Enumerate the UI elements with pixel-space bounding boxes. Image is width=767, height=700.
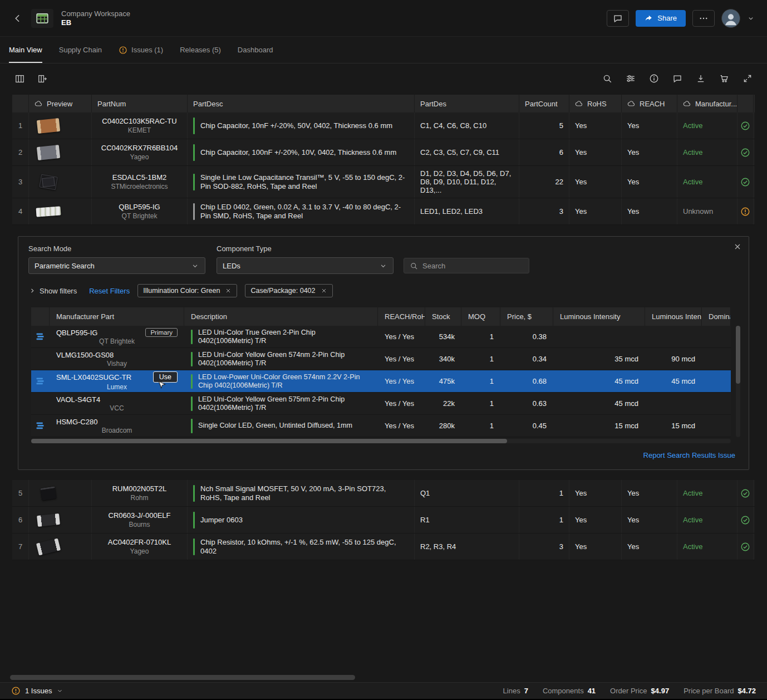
tab-supply-chain-label: Supply Chain [59, 46, 102, 54]
status-warning-icon [740, 207, 750, 217]
cloud-icon [683, 100, 691, 108]
reach-rohs-value: Yes / Yes [385, 399, 414, 408]
col-reach-header[interactable]: REACH [622, 95, 677, 112]
search-input[interactable] [422, 262, 523, 270]
result-row[interactable]: HSMG-C280Broadcom Single Color LED, Gree… [31, 415, 731, 437]
reset-filters-link[interactable]: Reset Filters [89, 287, 130, 295]
col-rohs-header[interactable]: RoHS [569, 95, 622, 112]
bom-row[interactable]: 6 CR0603-J/-000ELFBourns Jumper 0603 R1 … [12, 507, 755, 533]
result-row-selected[interactable]: SML-LX0402SUGC-TRUseLumex LED Low-Power … [31, 370, 731, 393]
part-number: QBLP595-IG [119, 203, 160, 211]
comment-icon[interactable] [672, 74, 682, 84]
filter-sliders-icon[interactable] [626, 74, 636, 84]
show-filters-toggle[interactable]: Show filters [28, 287, 77, 295]
col-moq-header[interactable]: MOQ [461, 307, 500, 326]
bom-row[interactable]: 7 AC0402FR-0710KLYageo Chip Resistor, 10… [12, 533, 755, 560]
results-v-scrollbar-thumb[interactable] [736, 326, 740, 384]
moq-value: 1 [490, 422, 494, 430]
col-manufacturer-header[interactable]: Manufactur... [677, 95, 738, 112]
part-count: 1 [559, 489, 563, 497]
result-row[interactable]: QBLP595-IGPrimaryQT Brightek LED Uni-Col… [31, 326, 731, 348]
col-dominant-header[interactable]: Domina [702, 307, 731, 326]
designators: R1 [420, 516, 430, 524]
tab-main-view[interactable]: Main View [9, 37, 42, 63]
rohs-status: Yes [575, 516, 587, 524]
col-partcount-header[interactable]: PartCount [519, 95, 569, 112]
close-icon [733, 242, 742, 251]
col-price-header[interactable]: Price, $ [500, 307, 553, 326]
bom-h-scrollbar-thumb[interactable] [10, 675, 355, 680]
results-h-scrollbar[interactable] [31, 439, 731, 443]
col-reach-rohs-header[interactable]: REACH/RoHS [378, 307, 425, 326]
result-row[interactable]: VLMG1500-GS08Vishay LED Uni-Color Yellow… [31, 348, 731, 370]
part-count: 6 [559, 148, 563, 156]
part-number: RUM002N05T2L [112, 484, 167, 493]
cart-icon[interactable] [719, 74, 729, 84]
search-mode-select[interactable]: Parametric Search [28, 257, 205, 274]
col-description-header[interactable]: Description [184, 307, 378, 326]
result-row[interactable]: VAOL-S4GT4VCC LED Uni-Color Yellow Green… [31, 393, 731, 415]
app-logo-icon[interactable] [31, 9, 53, 28]
rohs-status: Yes [575, 178, 587, 186]
col-mfr-part-header[interactable]: Manufacturer Part [50, 307, 184, 326]
col-luminous-intensity-header[interactable]: Luminous Intensity [553, 307, 645, 326]
comments-button[interactable] [607, 10, 629, 27]
tab-supply-chain[interactable]: Supply Chain [59, 37, 102, 63]
results-h-scrollbar-thumb[interactable] [31, 439, 507, 443]
tab-releases[interactable]: Releases (5) [180, 37, 221, 63]
workspace-name: Company Workspace [61, 9, 130, 18]
col-partdesc-header[interactable]: PartDesc [188, 95, 415, 112]
chevron-down-icon [56, 687, 63, 694]
part-description: Chip LED 0402, Green, 0.02 A, 3.1 to 3.7… [200, 203, 409, 221]
results-v-scrollbar[interactable] [736, 326, 740, 437]
rohs-status: Yes [575, 489, 587, 497]
download-icon[interactable] [696, 74, 706, 84]
part-count: 1 [559, 516, 563, 524]
report-search-results-link[interactable]: Report Search Results Issue [28, 451, 735, 459]
tab-issues[interactable]: Issues (1) [119, 37, 163, 63]
supply-status-bar [193, 118, 195, 134]
bom-row[interactable]: 5 RUM002N05T2LRohm Nch Small Signal MOSF… [12, 480, 755, 507]
filter-chip[interactable]: Case/Package: 0402 [245, 284, 332, 297]
component-type-value: LEDs [223, 262, 240, 270]
table-columns-icon[interactable] [14, 74, 25, 84]
bom-row[interactable]: 1 C0402C103K5RAC-TUKEMET Chip Capacitor,… [12, 112, 755, 139]
luminous-intensity-value: 15 mcd [614, 422, 638, 430]
lifecycle-status: Active [683, 516, 702, 524]
manufacturer-name: Lumex [107, 383, 127, 391]
price-value: 0.68 [533, 377, 547, 385]
search-mode-label: Search Mode [28, 244, 217, 253]
bom-row[interactable]: 2 CC0402KRX7R6BB104Yageo Chip Capacitor,… [12, 139, 755, 166]
issues-toggle[interactable]: 1 Issues [11, 686, 63, 696]
primary-badge: Primary [145, 328, 178, 337]
chip-remove-icon[interactable] [225, 287, 232, 294]
col-partdes-header[interactable]: PartDes [415, 95, 519, 112]
chip-remove-icon[interactable] [321, 287, 327, 294]
col-preview-header[interactable]: Preview [29, 95, 92, 112]
close-panel-button[interactable] [733, 242, 742, 251]
chevron-down-icon [379, 262, 387, 270]
tab-dashboard[interactable]: Dashboard [238, 37, 273, 63]
col-luminous-intensity2-header[interactable]: Luminous Intens [645, 307, 702, 326]
part-number: C0402C103K5RAC-TU [102, 117, 176, 125]
col-partnum-header[interactable]: PartNum [92, 95, 188, 112]
avatar-menu-caret-icon[interactable] [747, 14, 755, 22]
col-stock-header[interactable]: Stock [425, 307, 461, 326]
share-button[interactable]: Share [636, 10, 686, 27]
use-button[interactable]: Use [153, 371, 178, 383]
info-icon[interactable] [649, 74, 659, 84]
user-avatar[interactable] [721, 9, 740, 28]
search-icon[interactable] [602, 74, 612, 84]
filter-chip[interactable]: Illumination Color: Green [137, 284, 237, 297]
bom-row[interactable]: 4 QBLP595-IGQT Brightek Chip LED 0402, G… [12, 198, 755, 225]
back-button[interactable] [12, 13, 23, 24]
status-ok-icon [740, 148, 750, 158]
component-type-select[interactable]: LEDs [217, 257, 394, 274]
more-options-button[interactable] [692, 10, 715, 27]
reach-rohs-value: Yes / Yes [385, 332, 414, 341]
part-preview-image [35, 484, 62, 502]
tab-main-view-label: Main View [9, 46, 42, 54]
fullscreen-icon[interactable] [743, 74, 753, 84]
add-column-icon[interactable] [37, 74, 48, 84]
bom-row[interactable]: 3 ESDALC5-1BM2STMicroelectronics Single … [12, 166, 755, 198]
